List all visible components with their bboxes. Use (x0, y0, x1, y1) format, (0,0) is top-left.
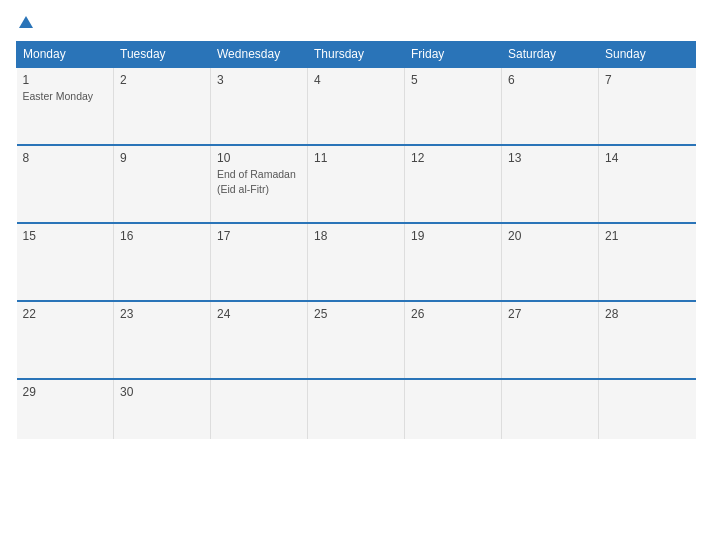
calendar-day: 15 (17, 223, 114, 301)
calendar-day: 25 (308, 301, 405, 379)
calendar-week-1: 1Easter Monday234567 (17, 67, 696, 145)
day-header-friday: Friday (405, 42, 502, 68)
calendar-day: 30 (114, 379, 211, 439)
calendar-day: 19 (405, 223, 502, 301)
day-number: 30 (120, 385, 204, 399)
calendar-day (211, 379, 308, 439)
day-number: 29 (23, 385, 108, 399)
calendar-day: 10End of Ramadan (Eid al-Fitr) (211, 145, 308, 223)
day-number: 7 (605, 73, 690, 87)
calendar-day: 18 (308, 223, 405, 301)
calendar-day (502, 379, 599, 439)
calendar-day: 2 (114, 67, 211, 145)
day-number: 6 (508, 73, 592, 87)
calendar-day: 8 (17, 145, 114, 223)
calendar-day (599, 379, 696, 439)
calendar-day: 12 (405, 145, 502, 223)
calendar-header (16, 16, 696, 29)
day-number: 17 (217, 229, 301, 243)
calendar-week-4: 22232425262728 (17, 301, 696, 379)
calendar-day: 23 (114, 301, 211, 379)
calendar-day: 29 (17, 379, 114, 439)
day-header-saturday: Saturday (502, 42, 599, 68)
calendar-week-3: 15161718192021 (17, 223, 696, 301)
day-header-wednesday: Wednesday (211, 42, 308, 68)
calendar-table: MondayTuesdayWednesdayThursdayFridaySatu… (16, 41, 696, 439)
calendar-day (308, 379, 405, 439)
calendar-day: 22 (17, 301, 114, 379)
day-number: 4 (314, 73, 398, 87)
day-number: 26 (411, 307, 495, 321)
calendar-day: 6 (502, 67, 599, 145)
day-number: 24 (217, 307, 301, 321)
calendar-day: 21 (599, 223, 696, 301)
calendar-day: 3 (211, 67, 308, 145)
day-number: 12 (411, 151, 495, 165)
calendar-day: 14 (599, 145, 696, 223)
day-header-tuesday: Tuesday (114, 42, 211, 68)
day-header-monday: Monday (17, 42, 114, 68)
calendar-day: 5 (405, 67, 502, 145)
day-number: 14 (605, 151, 690, 165)
holiday-label: Easter Monday (23, 90, 94, 102)
day-number: 13 (508, 151, 592, 165)
calendar-day: 9 (114, 145, 211, 223)
calendar-day: 17 (211, 223, 308, 301)
day-number: 23 (120, 307, 204, 321)
calendar-week-5: 2930 (17, 379, 696, 439)
day-number: 27 (508, 307, 592, 321)
day-number: 1 (23, 73, 108, 87)
day-number: 28 (605, 307, 690, 321)
day-number: 10 (217, 151, 301, 165)
calendar-day: 13 (502, 145, 599, 223)
day-number: 25 (314, 307, 398, 321)
calendar-day: 11 (308, 145, 405, 223)
day-header-thursday: Thursday (308, 42, 405, 68)
day-number: 19 (411, 229, 495, 243)
holiday-label: End of Ramadan (Eid al-Fitr) (217, 168, 296, 195)
logo-blue-text (16, 16, 33, 29)
calendar-day: 26 (405, 301, 502, 379)
day-header-sunday: Sunday (599, 42, 696, 68)
day-number: 8 (23, 151, 108, 165)
calendar-day: 20 (502, 223, 599, 301)
day-number: 18 (314, 229, 398, 243)
day-number: 22 (23, 307, 108, 321)
day-number: 2 (120, 73, 204, 87)
calendar-day: 16 (114, 223, 211, 301)
logo-triangle-icon (19, 16, 33, 28)
day-number: 3 (217, 73, 301, 87)
calendar-day: 27 (502, 301, 599, 379)
calendar-body: 1Easter Monday2345678910End of Ramadan (… (17, 67, 696, 439)
day-number: 15 (23, 229, 108, 243)
calendar-day: 7 (599, 67, 696, 145)
calendar-day: 24 (211, 301, 308, 379)
logo (16, 16, 33, 29)
day-number: 5 (411, 73, 495, 87)
day-number: 21 (605, 229, 690, 243)
calendar-header-row: MondayTuesdayWednesdayThursdayFridaySatu… (17, 42, 696, 68)
calendar-day: 4 (308, 67, 405, 145)
calendar-week-2: 8910End of Ramadan (Eid al-Fitr)11121314 (17, 145, 696, 223)
day-number: 20 (508, 229, 592, 243)
calendar-day: 28 (599, 301, 696, 379)
day-number: 16 (120, 229, 204, 243)
day-number: 9 (120, 151, 204, 165)
calendar-day (405, 379, 502, 439)
calendar-day: 1Easter Monday (17, 67, 114, 145)
day-number: 11 (314, 151, 398, 165)
